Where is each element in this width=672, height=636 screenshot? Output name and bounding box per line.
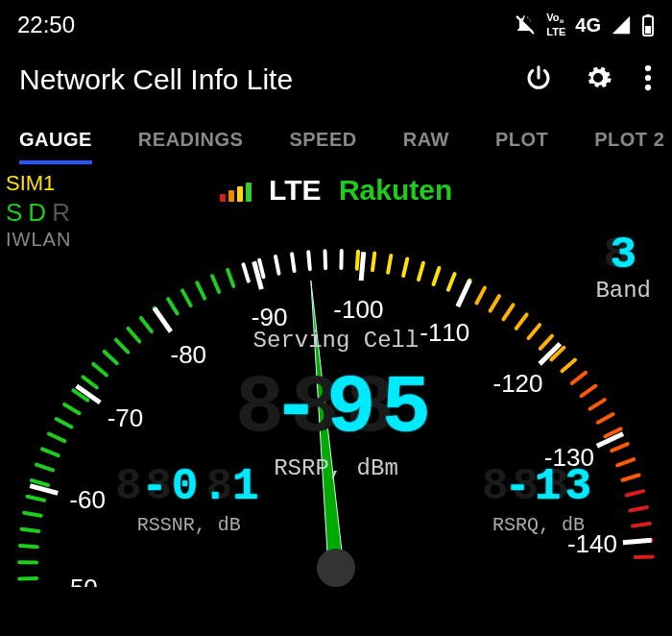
svg-line-31 <box>419 263 423 280</box>
svg-line-70 <box>623 540 652 543</box>
svg-line-11 <box>627 491 643 495</box>
svg-line-78 <box>361 252 364 281</box>
svg-line-10 <box>630 507 647 510</box>
svg-point-91 <box>317 549 355 587</box>
svg-line-41 <box>259 260 263 277</box>
svg-rect-2 <box>646 14 650 17</box>
svg-line-62 <box>27 497 44 501</box>
tab-plot-2[interactable]: PLOT 2 <box>594 119 664 164</box>
clock: 22:50 <box>17 12 75 38</box>
battery-icon <box>641 13 655 37</box>
tab-readings[interactable]: READINGS <box>138 119 244 164</box>
rssnr-display: 88.8 -0.1 RSSNR, dB <box>115 457 263 536</box>
network-gen: 4G <box>575 14 601 37</box>
tab-gauge[interactable]: GAUGE <box>19 119 92 164</box>
tab-speed[interactable]: SPEED <box>289 119 356 164</box>
svg-line-64 <box>21 529 38 531</box>
svg-text:-50: -50 <box>61 574 98 587</box>
rsrq-label: RSRQ, dB <box>482 514 595 536</box>
rsrq-display: 888 -13 RSRQ, dB <box>482 457 595 536</box>
svg-line-34 <box>372 253 374 270</box>
svg-line-30 <box>434 268 440 284</box>
signal-icon <box>611 14 632 36</box>
svg-line-39 <box>292 254 295 271</box>
svg-point-5 <box>645 75 651 81</box>
mute-icon <box>514 13 537 37</box>
svg-line-46 <box>182 290 191 306</box>
svg-line-9 <box>633 524 650 526</box>
svg-line-35 <box>357 252 358 269</box>
svg-line-25 <box>503 305 513 319</box>
svg-line-24 <box>516 314 527 328</box>
power-icon[interactable] <box>524 63 553 96</box>
rssnr-label: RSSNR, dB <box>115 514 263 536</box>
svg-line-45 <box>197 282 204 298</box>
status-bar: 22:50 Vo»LTE 4G <box>0 0 672 44</box>
tab-raw[interactable]: RAW <box>403 119 449 164</box>
svg-point-6 <box>645 85 651 90</box>
rsrp-value: 888 -95 <box>0 355 672 455</box>
svg-text:-100: -100 <box>333 295 383 324</box>
svg-line-7 <box>636 556 653 557</box>
svg-line-65 <box>20 546 37 547</box>
app-bar: Network Cell Info Lite <box>0 44 672 104</box>
svg-line-38 <box>308 252 310 269</box>
svg-line-47 <box>168 299 178 313</box>
gauge-area: SIM1 SDR IWLAN LTE Rakuten 8 3 Band -140… <box>0 164 672 587</box>
svg-line-67 <box>19 578 36 579</box>
svg-text:-60: -60 <box>69 485 106 514</box>
svg-line-42 <box>244 264 249 281</box>
svg-line-86 <box>30 486 58 494</box>
svg-line-33 <box>388 256 391 273</box>
overflow-icon[interactable] <box>643 63 653 96</box>
svg-point-4 <box>645 65 651 71</box>
app-title: Network Cell Info Lite <box>19 63 293 96</box>
svg-line-63 <box>24 513 41 516</box>
svg-line-37 <box>324 251 325 268</box>
svg-line-76 <box>458 281 470 306</box>
tab-plot[interactable]: PLOT <box>495 119 548 164</box>
volte-icon: Vo»LTE <box>546 12 565 37</box>
gear-icon[interactable] <box>584 63 612 96</box>
tab-bar: GAUGEREADINGSSPEEDRAWPLOTPLOT 2ST <box>0 104 672 164</box>
svg-line-32 <box>403 258 407 276</box>
svg-line-43 <box>228 270 233 286</box>
svg-line-29 <box>448 274 455 290</box>
svg-line-27 <box>476 288 484 304</box>
status-icons: Vo»LTE 4G <box>514 12 655 37</box>
svg-line-26 <box>491 296 499 310</box>
serving-title: Serving Cell <box>0 328 672 354</box>
svg-rect-3 <box>645 26 651 34</box>
svg-line-44 <box>212 276 219 292</box>
svg-line-40 <box>276 257 278 274</box>
svg-line-0 <box>516 16 534 34</box>
